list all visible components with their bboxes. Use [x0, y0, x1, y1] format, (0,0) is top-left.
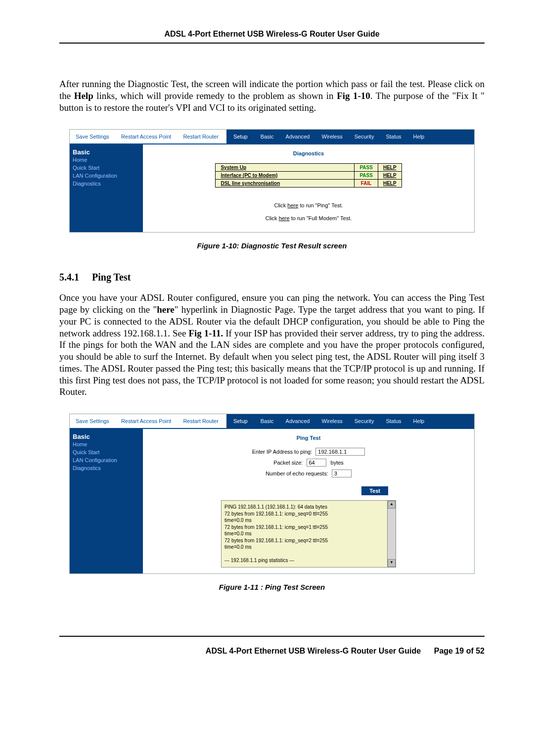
ping-output-text: PING 192.168.1.1 (192.168.1.1): 64 data … [224, 504, 328, 563]
ping-output-box: PING 192.168.1.1 (192.168.1.1): 64 data … [221, 500, 396, 567]
diag-row-name: Interface (PC to Modem) [216, 172, 355, 180]
sidebar: Basic Home Quick Start LAN Configuration… [70, 429, 143, 573]
footer-page: Page 19 of 52 [434, 647, 485, 655]
full-post: to run "Full Modem" Test. [290, 215, 352, 221]
diag-row-name: DSL line synchronisation [216, 180, 355, 188]
echo-input[interactable]: 3 [332, 470, 352, 477]
para2-fig-bold: Fig 1-11. [188, 328, 223, 338]
tab-advanced[interactable]: Advanced [280, 414, 316, 428]
tab-advanced[interactable]: Advanced [280, 130, 316, 143]
sidebar-lanconfig[interactable]: LAN Configuration [73, 456, 140, 464]
diagnostics-table: System Up PASS HELP Interface (PC to Mod… [215, 163, 401, 188]
intro-help-bold: Help [74, 91, 93, 101]
tab-help[interactable]: Help [407, 414, 431, 428]
packet-size-label: Packet size: [273, 460, 303, 466]
nav-restart-ap[interactable]: Restart Access Point [115, 134, 178, 140]
figure-1-11-caption: Figure 1-11 : Ping Test Screen [69, 583, 475, 591]
tab-basic[interactable]: Basic [255, 130, 280, 143]
table-row: Interface (PC to Modem) PASS HELP [216, 172, 401, 180]
sidebar-diagnostics[interactable]: Diagnostics [73, 464, 140, 472]
ip-label: Enter IP Address to ping: [252, 449, 312, 455]
diag-row-status: FAIL [355, 180, 378, 188]
scroll-down-icon[interactable]: ▼ [388, 559, 396, 567]
doc-header: ADSL 4-Port Ethernet USB Wireless-G Rout… [59, 30, 485, 44]
section-number: 5.4.1 [59, 272, 79, 283]
ping-test-paragraph: Once you have your ADSL Router configure… [59, 292, 485, 398]
table-row: System Up PASS HELP [216, 164, 401, 172]
nav-save-settings[interactable]: Save Settings [70, 418, 115, 424]
tab-security[interactable]: Security [349, 414, 380, 428]
ping-post: to run "Ping" Test. [298, 202, 343, 208]
sidebar-home[interactable]: Home [73, 156, 140, 164]
table-row: DSL line synchronisation FAIL HELP [216, 180, 401, 188]
nav-save-settings[interactable]: Save Settings [70, 134, 115, 140]
fullmodem-test-hint: Click here to run "Full Modem" Test. [155, 215, 462, 221]
scroll-up-icon[interactable]: ▲ [388, 501, 396, 509]
tab-help[interactable]: Help [407, 130, 431, 143]
diag-row-help-link[interactable]: HELP [378, 172, 401, 180]
echo-label: Number of echo requests: [266, 471, 328, 476]
ping-test-title: Ping Test [155, 435, 462, 441]
intro-paragraph: After running the Diagnostic Test, the s… [59, 78, 485, 113]
sidebar-diagnostics[interactable]: Diagnostics [73, 180, 140, 188]
nav-restart-router[interactable]: Restart Router [177, 134, 224, 140]
sidebar-lanconfig[interactable]: LAN Configuration [73, 172, 140, 180]
section-heading: 5.4.1Ping Test [59, 272, 485, 283]
intro-text-2: links, which will provide remedy to the … [93, 91, 337, 101]
navbar: Save Settings Restart Access Point Resta… [70, 130, 474, 144]
diag-row-help-link[interactable]: HELP [378, 164, 401, 172]
sidebar-quickstart[interactable]: Quick Start [73, 448, 140, 456]
tab-basic[interactable]: Basic [255, 414, 280, 428]
nav-restart-router[interactable]: Restart Router [177, 418, 224, 424]
diag-row-help-link[interactable]: HELP [378, 180, 401, 188]
sidebar-basic[interactable]: Basic [73, 148, 140, 156]
test-button[interactable]: Test [361, 486, 388, 495]
packet-size-unit: bytes [331, 460, 344, 466]
ping-test-screenshot: Save Settings Restart Access Point Resta… [69, 414, 475, 574]
packet-size-input[interactable]: 64 [307, 459, 326, 467]
intro-fig-bold: Fig 1-10 [337, 91, 370, 101]
diag-row-status: PASS [355, 172, 378, 180]
sidebar-quickstart[interactable]: Quick Start [73, 164, 140, 172]
footer-title: ADSL 4-Port Ethernet USB Wireless-G Rout… [206, 647, 421, 655]
nav-restart-ap[interactable]: Restart Access Point [115, 418, 178, 424]
ping-test-hint: Click here to run "Ping" Test. [155, 202, 462, 208]
diagnostics-screenshot: Save Settings Restart Access Point Resta… [69, 129, 475, 233]
tab-setup[interactable]: Setup [226, 130, 255, 143]
scrollbar[interactable]: ▲▼ [387, 501, 396, 567]
sidebar: Basic Home Quick Start LAN Configuration… [70, 144, 143, 232]
section-title: Ping Test [92, 272, 131, 283]
ping-here-link[interactable]: here [287, 202, 298, 208]
doc-footer: ADSL 4-Port Ethernet USB Wireless-G Rout… [59, 636, 485, 656]
figure-1-10-caption: Figure 1-10: Diagnostic Test Result scre… [69, 241, 475, 250]
navbar: Save Settings Restart Access Point Resta… [70, 414, 474, 429]
tab-status[interactable]: Status [380, 414, 407, 428]
tab-status[interactable]: Status [380, 130, 407, 143]
para2-here-bold: here [157, 304, 175, 315]
tab-setup[interactable]: Setup [226, 414, 255, 428]
tab-wireless[interactable]: Wireless [316, 414, 349, 428]
full-here-link[interactable]: here [279, 215, 290, 221]
ip-input[interactable]: 192.168.1.1 [315, 448, 365, 456]
full-pre: Click [266, 215, 279, 221]
sidebar-home[interactable]: Home [73, 440, 140, 448]
tab-wireless[interactable]: Wireless [316, 130, 349, 143]
diagnostics-title: Diagnostics [155, 150, 462, 156]
diag-row-status: PASS [355, 164, 378, 172]
sidebar-basic[interactable]: Basic [73, 433, 140, 440]
tab-security[interactable]: Security [349, 130, 380, 143]
diag-row-name: System Up [216, 164, 355, 172]
ping-pre: Click [274, 202, 287, 208]
